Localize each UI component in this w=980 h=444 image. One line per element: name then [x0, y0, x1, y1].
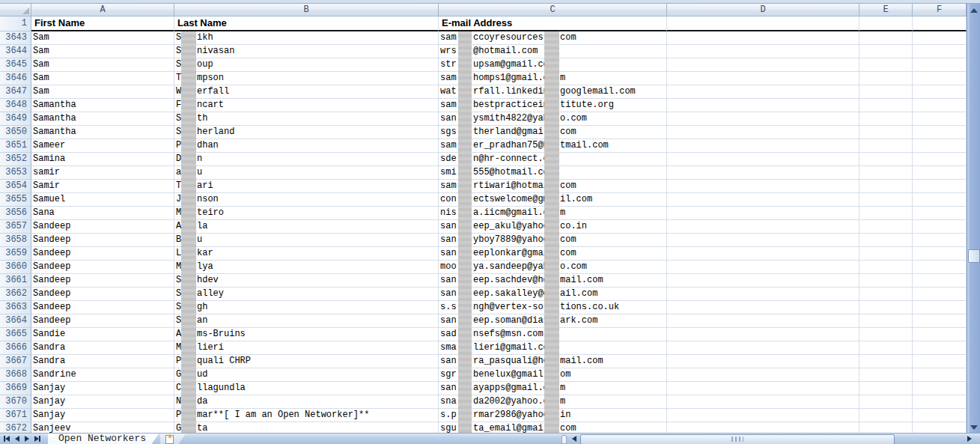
cell-empty[interactable] — [667, 85, 859, 99]
row-header[interactable]: 3653 — [0, 166, 31, 180]
cell-last-name[interactable]: Gta — [174, 422, 439, 433]
cell-first-name[interactable]: Sam — [31, 58, 174, 72]
cell-empty[interactable] — [859, 247, 913, 261]
cell-empty[interactable] — [913, 99, 967, 112]
cell-empty[interactable] — [667, 328, 859, 341]
cell-email[interactable]: watrfall.linkedingooglemail.com — [439, 85, 667, 99]
cell-empty[interactable] — [667, 58, 859, 72]
cell-last-name[interactable]: Werfall — [174, 85, 439, 99]
cell-empty[interactable] — [913, 355, 967, 368]
cell-email[interactable]: samrtiwari@hotmaicom — [439, 180, 667, 193]
cell-first-name[interactable]: Sameer — [31, 139, 174, 153]
cell-email[interactable]: sanyboy7889@yahoocom — [439, 234, 667, 247]
cell-empty[interactable] — [913, 409, 967, 422]
cell-email[interactable]: samccoyresourcescom — [439, 31, 667, 45]
cell-empty[interactable] — [667, 166, 859, 180]
cell-empty[interactable] — [913, 234, 967, 247]
cell-empty[interactable] — [859, 220, 913, 234]
cell-empty[interactable] — [913, 193, 967, 207]
cell-empty[interactable] — [667, 220, 859, 234]
cell-first-name[interactable]: Sam — [31, 45, 174, 58]
cell-empty[interactable] — [859, 45, 913, 58]
first-sheet-button[interactable] — [4, 436, 10, 442]
cell-email[interactable]: nisa.iicm@gmail.cm — [439, 207, 667, 220]
cell-empty[interactable] — [859, 274, 913, 288]
row-header[interactable]: 3668 — [0, 368, 31, 382]
cell-empty[interactable] — [667, 207, 859, 220]
cell-first-name[interactable]: Sandeep — [31, 261, 174, 274]
row-header[interactable]: 3647 — [0, 85, 31, 99]
cell-empty[interactable] — [913, 16, 967, 31]
cell-email[interactable]: saneep.sachdev@homail.com — [439, 274, 667, 288]
cell-first-name[interactable]: Samir — [31, 180, 174, 193]
cell-empty[interactable] — [859, 72, 913, 85]
cell-last-name[interactable]: Sth — [174, 112, 439, 126]
cell-email[interactable]: conectswelcome@gmil.com — [439, 193, 667, 207]
cell-first-name[interactable]: Sandie — [31, 328, 174, 341]
cell-email[interactable]: saneep.sakalley@gail.com — [439, 288, 667, 301]
cell-last-name[interactable]: Dn — [174, 153, 439, 166]
cell-email[interactable]: sanayapps@gmail.cm — [439, 382, 667, 395]
row-header[interactable]: 3661 — [0, 274, 31, 288]
cell-last-name[interactable]: Gud — [174, 368, 439, 382]
tab-scrollbar-splitter[interactable] — [561, 435, 567, 444]
cell-last-name[interactable]: Mlieri — [174, 341, 439, 355]
cell-empty[interactable] — [667, 368, 859, 382]
cell-empty[interactable] — [859, 180, 913, 193]
cell-empty[interactable] — [859, 261, 913, 274]
row-header[interactable]: 3648 — [0, 99, 31, 112]
column-header-d[interactable]: D — [667, 4, 859, 16]
scroll-left-icon[interactable] — [572, 436, 576, 442]
cell-last-name[interactable]: Pdhan — [174, 139, 439, 153]
vertical-scrollbar-thumb[interactable] — [968, 249, 980, 263]
cell-empty[interactable] — [859, 341, 913, 355]
cell-email[interactable]: wrs@hotmail.com — [439, 45, 667, 58]
cell-empty[interactable] — [667, 193, 859, 207]
cell-first-name[interactable]: Sanjay — [31, 395, 174, 409]
cell-empty[interactable] — [859, 395, 913, 409]
cell-empty[interactable] — [667, 112, 859, 126]
cell-first-name[interactable]: Sam — [31, 72, 174, 85]
cell-empty[interactable] — [667, 395, 859, 409]
cell-empty[interactable] — [859, 139, 913, 153]
row-header[interactable]: 3650 — [0, 126, 31, 139]
cell-empty[interactable] — [667, 180, 859, 193]
row-header[interactable]: 3645 — [0, 58, 31, 72]
cell-empty[interactable] — [667, 422, 859, 433]
cell-last-name[interactable]: Ala — [174, 220, 439, 234]
cell-last-name[interactable]: Lkar — [174, 247, 439, 261]
cell-email[interactable]: samhomps1@gmail.cm — [439, 72, 667, 85]
row-header[interactable]: 3667 — [0, 355, 31, 368]
cell-empty[interactable] — [859, 234, 913, 247]
cell-empty[interactable] — [859, 382, 913, 395]
cell-empty[interactable] — [913, 314, 967, 328]
row-header[interactable]: 3654 — [0, 180, 31, 193]
cell-empty[interactable] — [913, 422, 967, 433]
row-header[interactable]: 3669 — [0, 382, 31, 395]
cell-empty[interactable] — [859, 153, 913, 166]
cell-empty[interactable] — [859, 166, 913, 180]
cell-email[interactable]: sadnsefs@msn.com — [439, 328, 667, 341]
cell-empty[interactable] — [913, 368, 967, 382]
cell-empty[interactable] — [667, 31, 859, 45]
row-header[interactable]: 3665 — [0, 328, 31, 341]
cell-empty[interactable] — [859, 16, 913, 31]
cell-email[interactable]: sambestpracticeintitute.org — [439, 99, 667, 112]
cell-email[interactable]: snada2002@yahoo.cm — [439, 395, 667, 409]
insert-worksheet-button[interactable]: * — [160, 434, 186, 444]
cell-empty[interactable] — [667, 409, 859, 422]
cell-first-name[interactable]: Sandeep — [31, 314, 174, 328]
cell-email[interactable]: s.prmar2986@yahooin — [439, 409, 667, 422]
cell-last-name[interactable]: Sikh — [174, 31, 439, 45]
row-header[interactable]: 3646 — [0, 72, 31, 85]
column-header-e[interactable]: E — [859, 4, 913, 16]
cell-first-name[interactable]: Sana — [31, 207, 174, 220]
row-header[interactable]: 3662 — [0, 288, 31, 301]
cell-empty[interactable] — [667, 314, 859, 328]
cell-email[interactable]: s.sngh@vertex-soltions.co.uk — [439, 301, 667, 314]
cell-empty[interactable] — [913, 58, 967, 72]
last-sheet-button[interactable] — [34, 436, 40, 442]
cell-empty[interactable] — [913, 288, 967, 301]
row-header[interactable]: 3671 — [0, 409, 31, 422]
cell-empty[interactable] — [859, 112, 913, 126]
